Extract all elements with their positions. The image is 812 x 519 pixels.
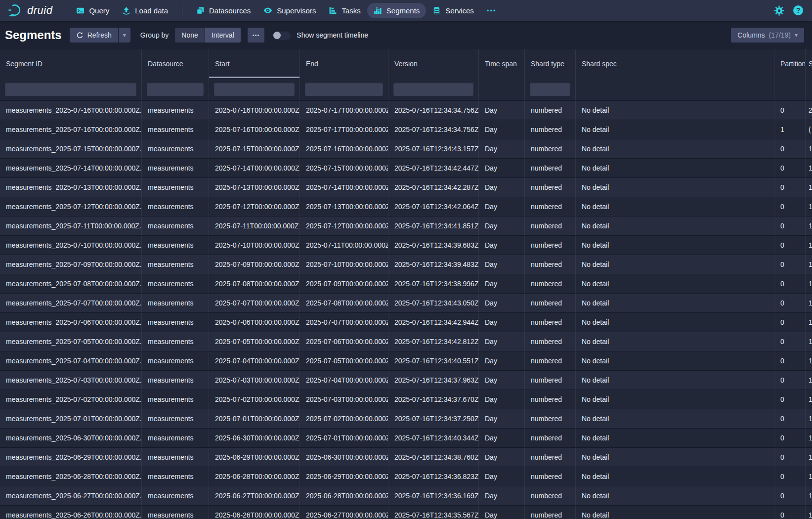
filter-input-datasource[interactable]: [147, 83, 204, 96]
cell-segment-id[interactable]: measurements_2025-07-16T00:00:00.000Z...: [0, 120, 142, 139]
cell-segment-id[interactable]: measurements_2025-06-29T00:00:00.000Z...: [0, 448, 142, 467]
cell-end: 2025-06-27T00:00:00.000Z: [300, 506, 388, 519]
filter-input-shard-type[interactable]: [530, 83, 570, 96]
cell-version: 2025-07-16T12:34:35.567Z: [388, 506, 479, 519]
cell-size: 1: [806, 371, 812, 389]
cell-segment-id[interactable]: measurements_2025-07-07T00:00:00.000Z...: [0, 294, 142, 312]
nav-item-segments[interactable]: Segments: [367, 3, 427, 18]
cell-segment-id[interactable]: measurements_2025-07-02T00:00:00.000Z...: [0, 390, 142, 409]
columns-button[interactable]: Columns (17/19) ▾: [731, 28, 804, 43]
cell-segment-id[interactable]: measurements_2025-07-05T00:00:00.000Z...: [0, 332, 142, 351]
more-icon: •••: [487, 7, 497, 14]
help-icon[interactable]: ?: [793, 5, 803, 15]
cell-shard-spec: No detail: [576, 506, 774, 519]
cell-datasource: measurements: [142, 139, 209, 158]
nav-item-query[interactable]: Query: [70, 3, 116, 18]
cell-partition: 0: [774, 101, 806, 120]
segment-timeline-toggle[interactable]: [272, 31, 291, 40]
column-header-start[interactable]: Start: [209, 49, 300, 78]
cell-segment-id[interactable]: measurements_2025-07-06T00:00:00.000Z...: [0, 313, 142, 332]
cell-segment-id[interactable]: measurements_2025-07-10T00:00:00.000Z...: [0, 236, 142, 255]
cell-size: 1: [806, 139, 812, 158]
cell-time-span: Day: [479, 448, 525, 467]
cell-segment-id[interactable]: measurements_2025-06-27T00:00:00.000Z...: [0, 486, 142, 505]
cell-segment-id[interactable]: measurements_2025-07-11T00:00:00.000Z...: [0, 216, 142, 235]
cell-segment-id[interactable]: measurements_2025-06-30T00:00:00.000Z...: [0, 429, 142, 447]
cell-version: 2025-07-16T12:34:37.670Z: [388, 390, 479, 409]
filter-input-segment-id[interactable]: [5, 83, 136, 96]
filter-cell-start: [209, 78, 300, 100]
cell-segment-id[interactable]: measurements_2025-06-28T00:00:00.000Z...: [0, 467, 142, 486]
column-header-size[interactable]: Size: [806, 49, 812, 78]
toolbar-more-button[interactable]: •••: [248, 28, 265, 43]
nav-item-supervisors[interactable]: Supervisors: [257, 2, 322, 18]
filter-input-version[interactable]: [393, 83, 473, 96]
cell-segment-id[interactable]: measurements_2025-07-01T00:00:00.000Z...: [0, 409, 142, 428]
nav-more-menu[interactable]: •••: [480, 3, 503, 18]
cell-segment-id[interactable]: measurements_2025-07-08T00:00:00.000Z...: [0, 274, 142, 293]
column-header-version[interactable]: Version: [388, 49, 479, 78]
filter-input-start[interactable]: [214, 83, 295, 96]
cell-segment-id[interactable]: measurements_2025-07-12T00:00:00.000Z...: [0, 197, 142, 216]
cell-partition: 0: [774, 216, 806, 235]
settings-gear-icon[interactable]: [774, 5, 784, 16]
column-header-segment-id[interactable]: Segment ID: [0, 49, 142, 78]
refresh-dropdown-caret[interactable]: ▾: [119, 28, 130, 43]
cell-shard-spec: No detail: [576, 313, 774, 332]
column-header-end[interactable]: End: [300, 49, 388, 78]
column-header-shard-type[interactable]: Shard type: [525, 49, 576, 78]
cell-datasource: measurements: [142, 255, 209, 274]
group-by-interval-button[interactable]: Interval: [205, 28, 241, 43]
column-header-datasource[interactable]: Datasource: [142, 49, 209, 78]
cell-segment-id[interactable]: measurements_2025-07-13T00:00:00.000Z...: [0, 178, 142, 197]
cell-segment-id[interactable]: measurements_2025-07-15T00:00:00.000Z...: [0, 139, 142, 158]
table-row: measurements_2025-06-28T00:00:00.000Z...…: [0, 467, 812, 486]
cell-segment-id[interactable]: measurements_2025-07-14T00:00:00.000Z...: [0, 159, 142, 177]
refresh-button[interactable]: Refresh: [70, 28, 118, 43]
nav-item-services[interactable]: Services: [426, 3, 480, 18]
cell-segment-id[interactable]: measurements_2025-07-03T00:00:00.000Z...: [0, 371, 142, 389]
table-row: measurements_2025-07-12T00:00:00.000Z...…: [0, 197, 812, 216]
filter-cell-time-span: [479, 78, 525, 100]
nav-item-datasources[interactable]: Datasources: [190, 3, 257, 18]
cell-end: 2025-07-06T00:00:00.000Z: [300, 332, 388, 351]
group-by-none-button[interactable]: None: [175, 28, 204, 43]
cell-shard-spec: No detail: [576, 351, 774, 370]
cell-partition: 0: [774, 448, 806, 467]
cell-shard-type: numbered: [525, 159, 576, 177]
column-header-shard-spec[interactable]: Shard spec: [576, 49, 774, 78]
cell-version: 2025-07-16T12:34:42.064Z: [388, 197, 479, 216]
cell-segment-id[interactable]: measurements_2025-07-16T00:00:00.000Z...: [0, 101, 142, 120]
druid-logo[interactable]: druid: [5, 3, 54, 18]
cell-version: 2025-07-16T12:34:42.944Z: [388, 313, 479, 332]
filter-cell-datasource: [142, 78, 209, 100]
header-row: Segment IDDatasourceStartEndVersionTime …: [0, 49, 812, 78]
cell-datasource: measurements: [142, 101, 209, 120]
cell-segment-id[interactable]: measurements_2025-07-09T00:00:00.000Z...: [0, 255, 142, 274]
cell-shard-spec: No detail: [576, 409, 774, 428]
cell-start: 2025-07-12T00:00:00.000Z: [209, 197, 300, 216]
filter-cell-end: [300, 78, 388, 100]
nav-item-load-data[interactable]: Load data: [116, 3, 174, 18]
filter-input-end[interactable]: [305, 83, 383, 96]
cell-partition: 0: [774, 139, 806, 158]
cell-segment-id[interactable]: measurements_2025-07-04T00:00:00.000Z...: [0, 351, 142, 370]
column-header-time-span[interactable]: Time span: [479, 49, 525, 78]
table-row: measurements_2025-07-04T00:00:00.000Z...…: [0, 351, 812, 370]
cell-segment-id[interactable]: measurements_2025-06-26T00:00:00.000Z...: [0, 506, 142, 519]
cell-time-span: Day: [479, 294, 525, 312]
nav-item-label: Query: [89, 6, 109, 15]
cell-partition: 0: [774, 506, 806, 519]
nav-divider: [182, 5, 182, 16]
datasources-icon: [196, 6, 205, 15]
cell-end: 2025-07-03T00:00:00.000Z: [300, 390, 388, 409]
cell-shard-type: numbered: [525, 274, 576, 293]
cell-end: 2025-07-01T00:00:00.000Z: [300, 429, 388, 447]
nav-item-tasks[interactable]: Tasks: [322, 3, 367, 18]
segments-table: Segment IDDatasourceStartEndVersionTime …: [0, 49, 812, 519]
druid-logo-icon: [8, 3, 23, 18]
cell-version: 2025-07-16T12:34:42.812Z: [388, 332, 479, 351]
cell-version: 2025-07-16T12:34:34.756Z: [388, 120, 479, 139]
cell-start: 2025-07-04T00:00:00.000Z: [209, 351, 300, 370]
column-header-partition[interactable]: Partition: [774, 49, 806, 78]
